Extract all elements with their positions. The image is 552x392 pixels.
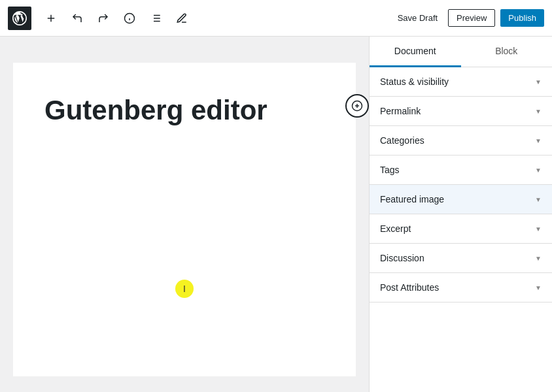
sidebar-panel-label-permalink: Permalink bbox=[380, 106, 421, 116]
sidebar: Document Block Status & visibility ▼ Per… bbox=[369, 37, 552, 392]
sidebar-panel-label-status-visibility: Status & visibility bbox=[380, 76, 449, 87]
undo-button[interactable] bbox=[65, 7, 89, 30]
save-draft-button[interactable]: Save Draft bbox=[390, 9, 445, 27]
sidebar-panel-label-post-attributes: Post Attributes bbox=[380, 282, 439, 293]
preview-button[interactable]: Preview bbox=[448, 9, 495, 27]
add-block-button[interactable] bbox=[39, 7, 63, 30]
info-button[interactable] bbox=[118, 7, 141, 30]
list-view-button[interactable] bbox=[144, 7, 167, 30]
sidebar-panel-permalink[interactable]: Permalink ▼ bbox=[370, 97, 552, 126]
sidebar-panel-label-categories: Categories bbox=[380, 135, 424, 146]
sidebar-panel-discussion[interactable]: Discussion ▼ bbox=[370, 244, 552, 273]
sidebar-panel-label-featured-image: Featured image bbox=[380, 194, 444, 204]
chevron-icon-discussion: ▼ bbox=[535, 255, 542, 262]
list-view-icon bbox=[150, 12, 162, 24]
plus-icon bbox=[45, 12, 57, 24]
chevron-icon-status-visibility: ▼ bbox=[535, 78, 542, 86]
chevron-icon-tags: ▼ bbox=[535, 167, 542, 174]
tab-block[interactable]: Block bbox=[461, 37, 553, 67]
sidebar-panel-label-tags: Tags bbox=[380, 165, 400, 175]
tab-document[interactable]: Document bbox=[370, 37, 461, 67]
redo-icon bbox=[97, 12, 109, 24]
main-area: Gutenberg editor I Document Block Status… bbox=[0, 37, 552, 392]
undo-icon bbox=[71, 12, 83, 24]
tools-icon bbox=[176, 12, 188, 24]
chevron-icon-excerpt: ▼ bbox=[535, 225, 542, 233]
editor-canvas[interactable]: Gutenberg editor I bbox=[0, 37, 369, 392]
chevron-icon-post-attributes: ▼ bbox=[535, 284, 542, 291]
wordpress-logo bbox=[8, 7, 31, 30]
sidebar-panel-featured-image[interactable]: Featured image ▼ bbox=[370, 185, 552, 214]
sidebar-panel-categories[interactable]: Categories ▼ bbox=[370, 126, 552, 155]
sidebar-panel-post-attributes[interactable]: Post Attributes ▼ bbox=[370, 273, 552, 302]
add-block-inline-button[interactable] bbox=[345, 94, 369, 118]
sidebar-panel-label-excerpt: Excerpt bbox=[380, 223, 411, 234]
toolbar: Save Draft Preview Publish bbox=[0, 0, 552, 37]
tools-button[interactable] bbox=[170, 7, 194, 30]
cursor-indicator: I bbox=[175, 280, 194, 298]
app-wrapper: Save Draft Preview Publish Gutenberg edi… bbox=[0, 0, 552, 392]
chevron-icon-featured-image: ▼ bbox=[535, 196, 542, 203]
sidebar-panel-status-visibility[interactable]: Status & visibility ▼ bbox=[370, 67, 552, 97]
sidebar-panel-excerpt[interactable]: Excerpt ▼ bbox=[370, 214, 552, 244]
sidebar-panel-tags[interactable]: Tags ▼ bbox=[370, 155, 552, 185]
publish-button[interactable]: Publish bbox=[500, 9, 544, 27]
info-icon bbox=[124, 12, 135, 24]
editor-content-area: Gutenberg editor I bbox=[13, 63, 356, 376]
post-title[interactable]: Gutenberg editor bbox=[44, 94, 324, 127]
plus-circle-icon bbox=[351, 100, 363, 112]
redo-button[interactable] bbox=[92, 7, 115, 30]
sidebar-panels: Status & visibility ▼ Permalink ▼ Catego… bbox=[370, 67, 552, 392]
sidebar-panel-label-discussion: Discussion bbox=[380, 253, 424, 263]
sidebar-tabs: Document Block bbox=[370, 37, 552, 67]
wp-logo-icon bbox=[12, 11, 27, 25]
chevron-icon-permalink: ▼ bbox=[535, 108, 542, 115]
chevron-icon-categories: ▼ bbox=[535, 137, 542, 144]
